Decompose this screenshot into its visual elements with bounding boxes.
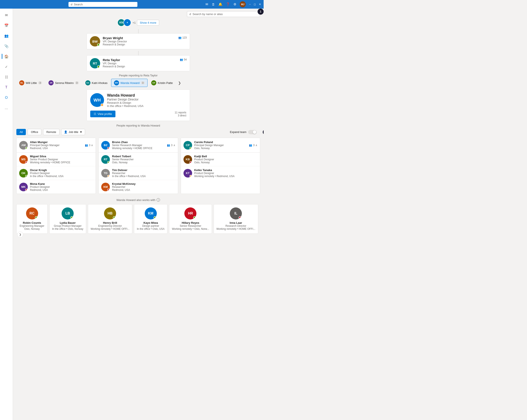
colleague-card-inna-laar[interactable]: IL Inna Laar Research Director Working r… bbox=[214, 204, 258, 234]
info-icon[interactable]: i bbox=[157, 198, 160, 202]
meetings-icon[interactable]: 🗓 bbox=[212, 3, 215, 6]
team-member-robert-tolbert[interactable]: RT Robert Tolbert Senior Researcher Oslo… bbox=[99, 153, 178, 166]
people-tab-will-little[interactable]: WL Will Little 3 bbox=[16, 79, 45, 87]
people-tab-wanda-howard[interactable]: WH Wanda Howard 3 bbox=[111, 79, 148, 87]
team-member-oscar-krogh[interactable]: OK Oscar Krogh Product Designer In the o… bbox=[17, 166, 96, 180]
chat-icon[interactable]: ✉ bbox=[206, 2, 208, 6]
user-avatar[interactable]: MJ bbox=[240, 1, 246, 7]
manager-reports-badge: 👥 3 ∧ bbox=[85, 144, 93, 147]
colleague-card-robin-counts[interactable]: RC Robin Counts Engineering Manager Oslo… bbox=[16, 204, 48, 234]
member-title: Senior Researcher bbox=[112, 158, 133, 161]
serena-ribeiro-tab-avatar: SR bbox=[48, 80, 54, 85]
member-name: Tim Deboer bbox=[112, 168, 146, 172]
close-icon[interactable]: ✕ bbox=[259, 3, 261, 6]
filter-job-title-dropdown[interactable]: 👤 Job title ▼ bbox=[61, 129, 85, 135]
tab-name: Serena Ribeiro bbox=[55, 81, 74, 84]
mona-kane-info: Mona Kane Product Designer Redmond, USA bbox=[30, 182, 50, 191]
minimize-icon[interactable]: − bbox=[249, 3, 251, 6]
sidebar-item-outlook[interactable]: O bbox=[2, 93, 11, 102]
show-more-button[interactable]: Show 4 more bbox=[137, 20, 159, 26]
view-profile-button[interactable]: ☷ View profile bbox=[90, 111, 115, 117]
colleague-title: Engineering Manager bbox=[20, 224, 44, 227]
people-icon: 👥 bbox=[85, 144, 88, 147]
mail-icon: ✉ bbox=[5, 13, 8, 17]
people-tab-katri-ahokas[interactable]: KA Katri Ahokas bbox=[82, 79, 110, 87]
sidebar-item-attachments[interactable]: 📎 bbox=[2, 41, 11, 51]
sidebar-item-tasks[interactable]: ✓ bbox=[2, 62, 11, 72]
status-dot bbox=[189, 161, 192, 164]
colleague-card-hillary-reyes[interactable]: HR Hillary Reyes Senior Researcher Worki… bbox=[169, 204, 212, 234]
colleague-name: Hillary Reyes bbox=[182, 221, 199, 224]
wanda-howard-avatar: WH bbox=[90, 93, 104, 107]
team-member-miguel-silva[interactable]: MS Miguel Silva Senior Product Designer … bbox=[17, 153, 96, 166]
avatar-2: + bbox=[123, 19, 131, 26]
job-title-icon: 👤 bbox=[64, 130, 67, 134]
chevron-down-icon: ▼ bbox=[80, 130, 82, 134]
member-title: Principal Design Manager bbox=[194, 144, 224, 147]
settings-icon[interactable]: ⚙ bbox=[233, 2, 236, 6]
status-dot bbox=[70, 216, 73, 219]
reports-count: 3 bbox=[253, 144, 254, 147]
people-tab-kristin-patte[interactable]: KP Kristin Patte bbox=[148, 79, 176, 87]
also-works-with-label: Wanda Howard also works with i bbox=[16, 198, 260, 202]
colleague-title: Design partner bbox=[142, 224, 159, 227]
team-member-tim-deboer[interactable]: TD Tim Deboer Researcher In the office •… bbox=[99, 166, 178, 180]
analytics-icon: ☷ bbox=[5, 75, 8, 79]
manager-carole-poland[interactable]: CP Carole Poland Principal Design Manage… bbox=[181, 138, 260, 153]
tabs-chevron-right[interactable]: ❯ bbox=[176, 80, 183, 86]
header-search-input[interactable]: ☌ Search by name or alias bbox=[187, 11, 260, 17]
team-member-mona-kane[interactable]: MK Mona Kane Product Designer Redmond, U… bbox=[17, 180, 96, 194]
people-tab-serena-ribeiro[interactable]: SR Serena Ribeiro 3 bbox=[46, 79, 82, 87]
colleagues-chevron-right[interactable]: ❯ bbox=[17, 231, 23, 238]
status-dot bbox=[113, 216, 116, 219]
member-name: Carole Poland bbox=[194, 140, 224, 144]
sidebar-item-people[interactable]: 👥 bbox=[2, 31, 11, 41]
sidebar-item-teams[interactable]: T bbox=[2, 83, 11, 92]
status-dot bbox=[107, 161, 110, 164]
member-location: Oslo, Norway bbox=[194, 161, 214, 164]
sidebar-item-analytics[interactable]: ☷ bbox=[2, 72, 11, 82]
filter-office-button[interactable]: Office bbox=[28, 129, 41, 135]
sidebar-item-org[interactable]: 🏠 bbox=[2, 52, 11, 61]
number-label-7: 7 bbox=[263, 129, 264, 135]
sidebar: ✉ 📅 👥 📎 🏠 ✓ ☷ T O … bbox=[0, 9, 13, 420]
sidebar-item-more[interactable]: … bbox=[2, 103, 11, 113]
person-card-bryan-wright[interactable]: BW Bryan Wright VP, Design Director Rese… bbox=[87, 33, 190, 49]
titlebar-search-box[interactable]: ☌ Search bbox=[68, 2, 137, 7]
member-name: Allan Munger bbox=[30, 140, 59, 144]
wanda-howard-tab-avatar: WH bbox=[114, 80, 119, 85]
sidebar-item-mail[interactable]: ✉ bbox=[2, 10, 11, 20]
person-name: Reta Taylor bbox=[103, 58, 177, 62]
kayo-miwa-avatar: KM bbox=[145, 207, 157, 220]
people-icon: 👥 bbox=[167, 144, 170, 147]
member-location: Oslo, Norway bbox=[194, 147, 224, 150]
colleague-title: Engineering Director bbox=[98, 224, 122, 227]
member-title: Senior Product Designer bbox=[30, 158, 70, 161]
status-dot bbox=[154, 216, 156, 219]
notifications-icon[interactable]: 🔔 bbox=[218, 2, 222, 6]
member-title: Product Designer bbox=[30, 186, 50, 189]
team-member-keiko-tanaka[interactable]: KT Keiko Tanaka Product Designer Working… bbox=[181, 166, 260, 180]
restore-icon[interactable]: ◻ bbox=[254, 3, 256, 6]
team-member-krystal-mckinney[interactable]: KM Krystal McKinney Researcher Redmond, … bbox=[99, 180, 178, 194]
filter-remote-button[interactable]: Remote bbox=[43, 129, 59, 135]
member-location: In the office • Redmond, USA bbox=[112, 175, 146, 178]
filter-all-button[interactable]: All bbox=[16, 129, 26, 135]
expand-team-switch[interactable] bbox=[248, 130, 257, 134]
colleague-card-henry-brill[interactable]: HB Henry Brill Engineering Director Work… bbox=[88, 204, 132, 234]
colleague-card-kayo-miwa[interactable]: KM Kayo Miwa Design partner In the offic… bbox=[134, 204, 167, 234]
allan-munger-info: Allan Munger Principal Design Manager Re… bbox=[30, 140, 59, 150]
colleague-name: Kayo Miwa bbox=[143, 221, 158, 224]
manager-bruno-zhao[interactable]: BZ Bruno Zhao Senior Research Manager Wo… bbox=[99, 138, 178, 153]
status-dot bbox=[107, 175, 110, 177]
manager-allan-munger[interactable]: AM Allan Munger Principal Design Manager… bbox=[17, 138, 96, 153]
sidebar-item-calendar[interactable]: 📅 bbox=[2, 21, 11, 30]
person-card-reta-taylor[interactable]: RT Reta Taylor VP, Design Research & Des… bbox=[87, 55, 190, 71]
miguel-silva-avatar: MS bbox=[19, 155, 28, 164]
help-icon[interactable]: ❓ bbox=[226, 2, 230, 6]
main-content: ☌ Search by name or alias 1 2 KN + +1 Sh… bbox=[13, 9, 264, 420]
team-member-kadji-bell[interactable]: KB Kadji Bell Product Designer Oslo, Nor… bbox=[181, 153, 260, 166]
reports-count: 3 bbox=[89, 144, 90, 147]
status-dot bbox=[25, 175, 28, 177]
colleague-card-lydia-bauer[interactable]: LB Lydia Bauer Group Product Manager In … bbox=[49, 204, 86, 234]
